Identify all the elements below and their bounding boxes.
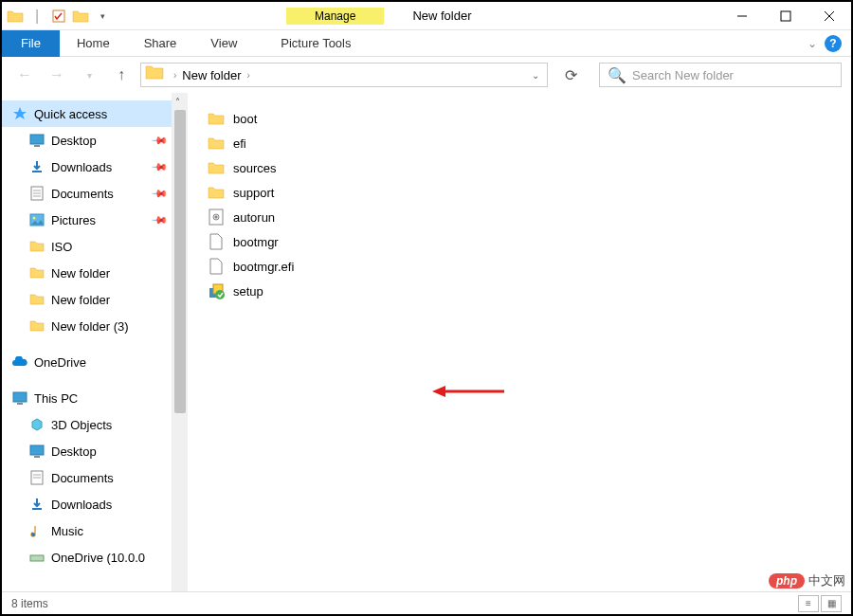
sidebar-item-desktop[interactable]: Desktop <box>2 438 172 464</box>
address-dropdown-icon[interactable]: ⌄ <box>524 70 547 81</box>
sidebar-item-label: Pictures <box>51 213 96 227</box>
svg-rect-17 <box>34 456 40 458</box>
list-item[interactable]: setup <box>207 279 832 303</box>
list-item[interactable]: bootmgr.efi <box>207 254 832 279</box>
sidebar-item-label: This PC <box>34 391 78 406</box>
sidebar-item-label: Desktop <box>51 444 97 459</box>
sidebar-item-label: New folder <box>51 293 110 307</box>
sidebar-item-documents[interactable]: Documents📌 <box>2 180 172 207</box>
sidebar-item-3dobjects[interactable]: 3D Objects <box>2 411 172 438</box>
properties-icon[interactable] <box>49 7 68 26</box>
up-button[interactable]: ↑ <box>108 62 135 88</box>
sidebar-item-newfolder[interactable]: New folder <box>2 286 172 313</box>
folder-icon <box>28 291 45 308</box>
search-icon: 🔍 <box>608 66 626 84</box>
sidebar-item-label: OneDrive (10.0.0 <box>51 551 145 565</box>
large-icons-view-button[interactable]: ▦ <box>821 595 842 612</box>
folder-icon <box>207 134 226 153</box>
file-tab[interactable]: File <box>2 30 60 57</box>
pin-icon: 📌 <box>150 157 168 175</box>
minimize-button[interactable] <box>720 2 764 30</box>
folder-icon <box>28 238 45 255</box>
scrollbar-thumb[interactable] <box>174 110 186 413</box>
folder-icon <box>145 63 168 86</box>
sidebar-item-documents[interactable]: Documents <box>2 464 172 491</box>
sidebar-item-pictures[interactable]: Pictures📌 <box>2 207 172 233</box>
maximize-button[interactable] <box>764 2 808 30</box>
refresh-button[interactable]: ⟳ <box>557 63 584 87</box>
sidebar-item-downloads[interactable]: Downloads <box>2 491 172 517</box>
list-item[interactable]: support <box>207 180 832 205</box>
contextual-tab-label: Manage <box>286 8 384 25</box>
forward-button[interactable]: → <box>44 62 70 88</box>
title-bar: | ▾ Manage New folder <box>2 2 851 30</box>
sidebar-item-label: Downloads <box>51 498 112 512</box>
folder-icon <box>28 264 45 281</box>
sidebar-item-label: Music <box>51 524 83 538</box>
svg-rect-14 <box>13 392 27 402</box>
details-view-button[interactable]: ≡ <box>798 595 819 612</box>
sidebar-item-desktop[interactable]: Desktop📌 <box>2 127 172 154</box>
scroll-up-icon[interactable]: ˄ <box>175 97 180 107</box>
file-icon <box>207 257 226 276</box>
sidebar-item-music[interactable]: Music <box>2 517 172 544</box>
sidebar-item-downloads[interactable]: Downloads📌 <box>2 154 172 180</box>
setup-exe-icon <box>207 281 226 300</box>
recent-dropdown-icon[interactable]: ▾ <box>76 62 102 88</box>
file-name: bootmgr <box>233 235 279 249</box>
window-title: New folder <box>412 9 471 23</box>
tab-share[interactable]: Share <box>127 31 194 55</box>
list-item[interactable]: bootmgr <box>207 229 832 254</box>
tab-view[interactable]: View <box>193 31 254 55</box>
sidebar-item-newfolder[interactable]: New folder <box>2 260 172 286</box>
file-list[interactable]: boot efi sources support autorun bootmgr… <box>188 93 851 603</box>
svg-point-29 <box>215 290 225 299</box>
inf-icon <box>207 208 226 226</box>
sidebar-item-label: Downloads <box>51 160 112 174</box>
watermark-text: 中文网 <box>808 572 845 589</box>
help-icon[interactable]: ? <box>825 35 842 52</box>
sidebar-quick-access[interactable]: Quick access <box>2 100 172 127</box>
back-button[interactable]: ← <box>11 62 38 88</box>
close-button[interactable] <box>808 2 851 30</box>
sidebar-this-pc[interactable]: This PC <box>2 385 172 411</box>
sidebar-onedrive[interactable]: OneDrive <box>2 349 172 375</box>
sidebar-scrollbar[interactable]: ˄ <box>172 93 188 603</box>
desktop-icon <box>28 443 45 460</box>
svg-rect-5 <box>30 135 44 144</box>
svg-rect-15 <box>17 403 23 405</box>
search-box[interactable]: 🔍 <box>599 63 842 87</box>
file-name: sources <box>233 161 277 175</box>
item-count-label: 8 items <box>11 597 48 610</box>
tab-home[interactable]: Home <box>60 31 127 55</box>
list-item[interactable]: efi <box>207 131 832 155</box>
downloads-icon <box>28 158 45 175</box>
sidebar-item-label: OneDrive <box>34 355 86 370</box>
expand-ribbon-icon[interactable]: ⌄ <box>808 37 817 50</box>
search-input[interactable] <box>632 68 833 82</box>
sidebar-item-iso[interactable]: ISO <box>2 233 172 260</box>
folder-icon <box>6 7 25 26</box>
chevron-down-icon[interactable]: ▾ <box>93 7 112 26</box>
view-mode-toggles: ≡ ▦ <box>798 595 842 612</box>
pictures-icon <box>28 211 45 228</box>
sidebar-item-onedrive-net[interactable]: OneDrive (10.0.0 <box>2 544 172 571</box>
svg-point-22 <box>31 533 35 536</box>
chevron-right-icon[interactable]: › <box>245 70 251 81</box>
chevron-right-icon[interactable]: › <box>172 70 178 81</box>
window-controls <box>720 2 851 30</box>
pin-icon: 📌 <box>150 210 168 228</box>
list-item[interactable]: autorun <box>207 205 832 229</box>
sidebar-item-newfolder3[interactable]: New folder (3) <box>2 313 172 339</box>
svg-rect-16 <box>30 445 44 455</box>
address-bar[interactable]: › New folder › ⌄ <box>140 63 548 87</box>
list-item[interactable]: sources <box>207 155 832 180</box>
tab-picture-tools[interactable]: Picture Tools <box>263 31 368 55</box>
pin-icon: 📌 <box>150 184 168 202</box>
breadcrumb-item[interactable]: New folder <box>178 68 245 82</box>
folder-icon <box>28 317 45 335</box>
list-item[interactable]: boot <box>207 106 832 131</box>
navigation-pane[interactable]: Quick access Desktop📌 Downloads📌 Documen… <box>2 93 172 603</box>
file-name: setup <box>233 284 263 299</box>
folder-icon <box>207 109 226 128</box>
